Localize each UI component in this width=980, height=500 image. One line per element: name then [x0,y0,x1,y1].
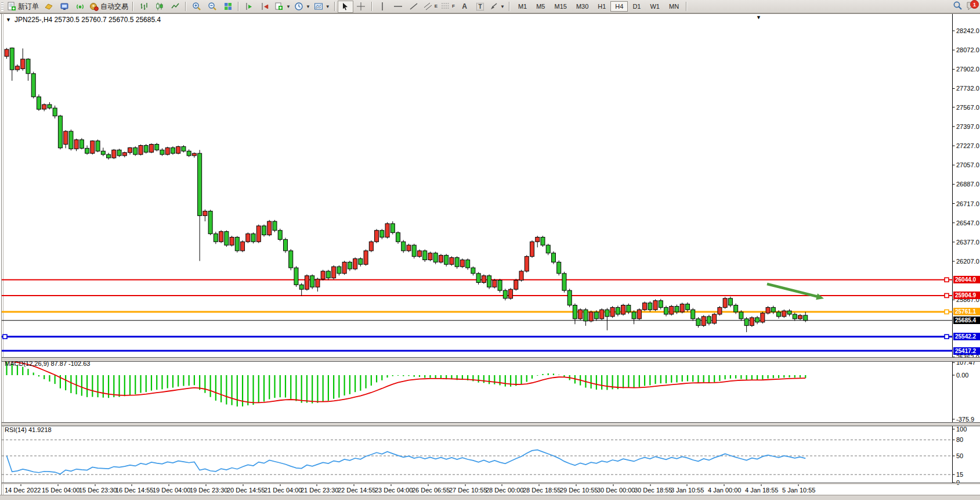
candle [26,59,30,74]
market-watch-button[interactable] [41,1,56,13]
templates-button[interactable]: ▼ [312,1,332,13]
candle [755,318,760,322]
cursor-tool-button[interactable] [338,1,353,13]
candle [10,48,14,70]
chart-shift-icon [245,2,254,11]
vertical-line-icon [379,2,386,11]
candle [203,211,207,216]
toolbar-grip[interactable] [1,2,3,11]
chart-shift-button[interactable] [241,1,257,13]
candle [5,49,9,56]
new-order-label: 新订单 [18,2,39,12]
candle [91,141,95,153]
trendline-tool-button[interactable] [406,1,422,13]
zoom-in-button[interactable] [189,1,204,13]
candle [246,234,250,242]
channel-tool-button[interactable]: E [422,1,439,13]
candle [74,140,78,149]
candle [15,66,19,70]
date-axis-label: 21 Dec 23:30 [301,487,338,494]
text-tool-button[interactable]: A [457,1,472,13]
candle [369,242,373,251]
candle [310,276,314,287]
timeframe-buttons: M1M5M15M30H1H4D1W1MN [513,1,684,12]
navigator-button[interactable] [56,1,72,13]
timeframe-button-h1[interactable]: H1 [593,1,610,12]
trendline-icon [409,2,418,11]
new-order-button[interactable]: 新订单 [5,1,41,13]
candle [691,310,695,319]
candle [31,74,35,97]
timeframe-button-h4[interactable]: H4 [610,1,628,12]
fibonacci-tool-button[interactable]: F [439,1,457,13]
timeframe-button-m5[interactable]: M5 [531,1,549,12]
candle [348,262,352,269]
timeframe-button-m30[interactable]: M30 [572,1,593,12]
candle [58,116,62,148]
candle [364,251,368,264]
chart-menu-arrow-icon[interactable]: ▼ [756,15,761,20]
arrows-tool-button[interactable]: ▼ [488,1,507,13]
new-order-icon [7,2,16,11]
vertical-line-tool-button[interactable] [375,1,390,13]
candle [273,221,277,231]
autotrading-button[interactable]: 自动交易 [88,1,130,13]
search-icon[interactable] [953,1,963,12]
zoom-out-button[interactable] [204,1,220,13]
candle [21,59,25,69]
price-axis-tick: 26547.0 [956,220,979,226]
rsi-axis-tick: 50 [956,452,963,459]
chart-title-dropdown-icon[interactable]: ▼ [6,17,11,23]
periods-button[interactable]: ▼ [292,1,312,13]
candle [589,312,593,321]
notifications-button[interactable]: 1 [966,1,978,12]
text-label-tool-button[interactable]: T [472,1,488,13]
date-axis-label: 28 Dec 18:55 [523,487,560,494]
candle [353,259,357,269]
panel-divider-macd[interactable] [2,357,980,362]
window-bottom-edge [0,495,980,500]
date-axis-label: 26 Dec 06:55 [412,487,450,494]
candle [251,234,255,242]
fibonacci-icon [441,2,450,11]
new-chart-icon [274,2,284,11]
channel-letter: E [435,3,437,10]
horizontal-line-tool-button[interactable] [390,1,406,13]
auto-scroll-icon [261,2,270,11]
timeframe-button-mn[interactable]: MN [664,1,684,12]
candle [723,298,727,308]
candle [519,271,523,280]
timeframe-button-d1[interactable]: D1 [628,1,645,12]
template-chart-icon [314,2,323,11]
line-chart-button[interactable] [167,1,183,13]
candle [637,310,641,319]
timeframe-button-m15[interactable]: M15 [549,1,571,12]
candle [144,145,148,152]
candle [444,256,449,265]
bar-chart-button[interactable] [136,1,151,13]
candle [37,97,41,109]
candle [670,306,674,314]
price-line-label: 25685.4 [953,316,980,324]
panel-divider-rsi[interactable] [2,422,980,426]
tile-windows-button[interactable] [220,1,236,13]
candlestick-chart-button[interactable] [151,1,167,13]
candle [112,150,116,158]
rsi-axis-tick: 80 [956,436,963,443]
date-axis-label: 16 Dec 14:55 [115,487,153,494]
price-axis-tick: 27732.0 [956,85,979,92]
candle [407,245,411,251]
candle [584,310,588,321]
signals-button[interactable] [72,1,88,13]
candle [316,279,320,287]
notification-badge: 1 [970,0,979,9]
candle [380,231,384,238]
macd-signal-line [7,361,806,402]
new-chart-button[interactable]: ▼ [273,1,292,13]
candle [551,253,555,262]
date-axis-label: 19 Dec 04:00 [153,487,190,494]
timeframe-button-w1[interactable]: W1 [645,1,664,12]
auto-scroll-button[interactable] [257,1,273,13]
crosshair-tool-button[interactable] [353,1,369,13]
timeframe-button-m1[interactable]: M1 [513,1,531,12]
